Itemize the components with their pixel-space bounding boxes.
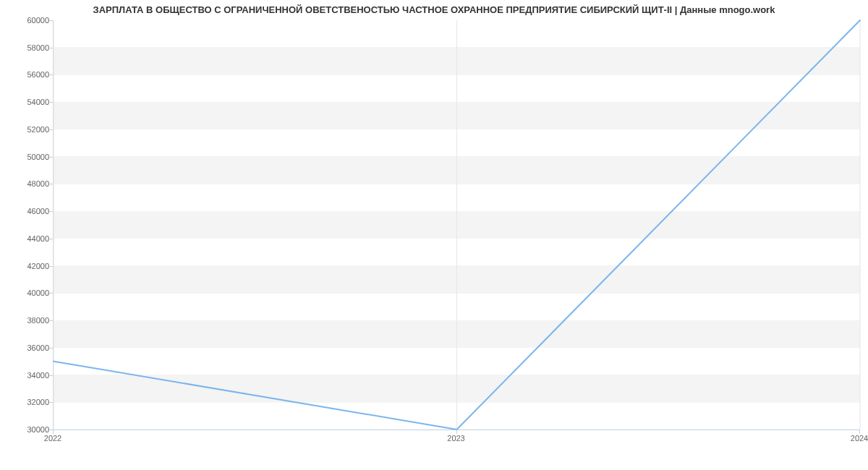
y-tick-label: 56000 [6, 70, 49, 79]
y-tick-mark [49, 129, 53, 130]
y-tick-mark [49, 20, 53, 21]
y-tick-label: 52000 [6, 125, 49, 134]
y-tick-label: 46000 [6, 207, 49, 215]
y-tick-mark [49, 375, 53, 376]
x-tick-label: 2023 [447, 434, 464, 443]
y-tick-mark [49, 48, 53, 48]
y-tick-label: 42000 [6, 262, 49, 270]
y-tick-label: 38000 [6, 316, 49, 325]
y-tick-mark [49, 157, 53, 158]
y-tick-label: 36000 [6, 343, 49, 352]
x-tick-mark [53, 430, 54, 434]
x-tick-mark [456, 430, 457, 434]
x-tick-mark [859, 430, 860, 434]
y-tick-label: 60000 [6, 16, 49, 25]
y-tick-label: 48000 [6, 179, 49, 188]
y-tick-label: 58000 [6, 43, 49, 52]
x-tick-label: 2022 [44, 434, 61, 443]
y-tick-mark [49, 74, 53, 75]
y-tick-mark [49, 293, 53, 294]
y-tick-label: 34000 [6, 371, 49, 380]
y-tick-mark [49, 320, 53, 321]
y-tick-mark [49, 184, 53, 184]
chart-title: ЗАРПЛАТА В ОБЩЕСТВО С ОГРАНИЧЕННОЙ ОВЕТС… [0, 4, 868, 15]
y-tick-mark [49, 239, 53, 239]
line-layer [54, 20, 860, 430]
plot-area[interactable] [53, 20, 860, 430]
y-tick-label: 50000 [6, 153, 49, 161]
y-tick-mark [49, 402, 53, 403]
y-tick-mark [49, 266, 53, 267]
chart-container: ЗАРПЛАТА В ОБЩЕСТВО С ОГРАНИЧЕННОЙ ОВЕТС… [0, 0, 868, 470]
y-tick-mark [49, 348, 53, 349]
y-tick-label: 54000 [6, 98, 49, 106]
y-tick-label: 44000 [6, 234, 49, 243]
y-tick-label: 30000 [6, 425, 49, 434]
y-tick-label: 32000 [6, 398, 49, 406]
y-tick-label: 40000 [6, 289, 49, 297]
x-tick-label: 2024 [851, 434, 868, 443]
y-tick-mark [49, 102, 53, 103]
y-tick-mark [49, 211, 53, 212]
